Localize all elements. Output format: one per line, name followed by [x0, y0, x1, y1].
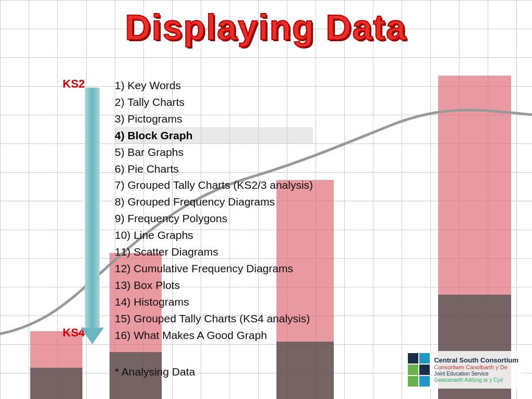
list-item-13: 13) Box Plots — [115, 277, 313, 294]
list-item-10: 10) Line Graphs — [115, 227, 313, 244]
list-item-3: 3) Pictograms — [115, 111, 313, 127]
logo-block-navy-2 — [419, 365, 430, 375]
ks-arrow — [81, 88, 104, 344]
list-item-9: 9) Frequency Polygons — [115, 210, 313, 227]
logo-area: Central South Consortium Consortiwm Cano… — [405, 351, 522, 389]
logo-name-english: Central South Consortium — [434, 356, 518, 365]
content-layer: Displaying Data KS2 KS4 1) Key Words 2) … — [0, 0, 532, 399]
list-item-16: 16) What Makes A Good Graph — [115, 327, 313, 344]
logo-block-green-1 — [408, 365, 418, 375]
list-item-1: 1) Key Words — [115, 77, 313, 94]
logo-text: Central South Consortium Consortiwm Cano… — [434, 356, 518, 384]
arrow-head — [81, 328, 104, 344]
page-title: Displaying Data — [0, 0, 532, 45]
logo-sub-welsh: Gwasanaeth Addysg ar y Cyd — [434, 377, 518, 383]
logo-sub-english: Joint Education Service — [434, 371, 518, 377]
logo-block-blue-1 — [419, 353, 430, 364]
list-item-5: 5) Bar Graphs — [115, 144, 313, 161]
logo-block-navy-1 — [408, 353, 418, 364]
list-item-4: 4) Block Graph — [115, 127, 313, 144]
list-item-15: 15) Grouped Tally Charts (KS4 analysis) — [115, 310, 313, 327]
logo-block-green-2 — [408, 376, 418, 386]
list-item-11: 11) Scatter Diagrams — [115, 244, 313, 260]
list-item-8: 8) Grouped Frequency Diagrams — [115, 194, 313, 210]
analysing-note: * Analysing Data — [115, 366, 195, 378]
list-item-12: 12) Cumulative Frequency Diagrams — [115, 260, 313, 277]
list-item-2: 2) Tally Charts — [115, 94, 313, 111]
list-item-14: 14) Histograms — [115, 294, 313, 310]
list-item-6: 6) Pie Charts — [115, 161, 313, 177]
logo-color-blocks — [408, 353, 430, 386]
logo-block-blue-2 — [419, 376, 430, 386]
arrow-shaft — [85, 88, 100, 328]
list-item-7: 7) Grouped Tally Charts (KS2/3 analysis) — [115, 177, 313, 194]
logo-name-welsh: Consortiwm Canolbarth y De — [434, 364, 518, 371]
topic-list: 1) Key Words 2) Tally Charts 3) Pictogra… — [115, 77, 313, 344]
